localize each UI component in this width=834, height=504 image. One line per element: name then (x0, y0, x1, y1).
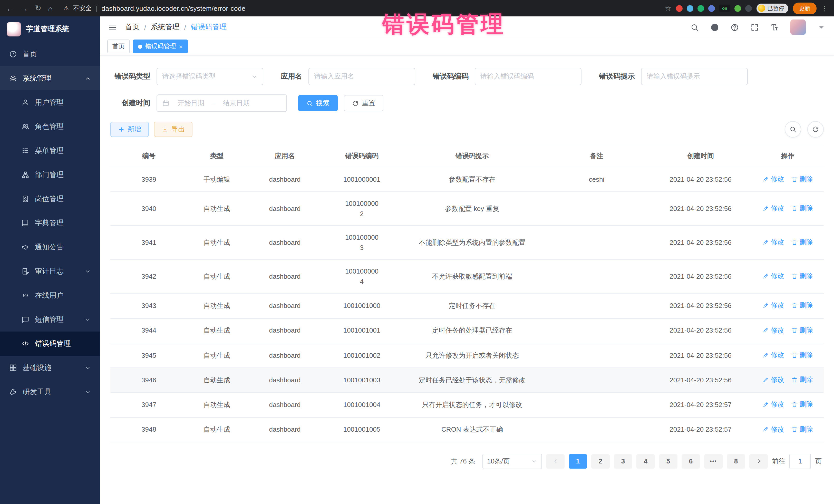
prev-page-button[interactable] (546, 454, 565, 468)
delete-link[interactable]: 删除 (791, 424, 813, 434)
extension-icon[interactable] (708, 5, 715, 12)
delete-link[interactable]: 删除 (791, 399, 813, 410)
delete-link[interactable]: 删除 (791, 325, 813, 335)
search-toggle-button[interactable] (785, 121, 801, 137)
caret-down-icon[interactable] (817, 23, 826, 31)
home-icon[interactable]: ⌂ (48, 4, 52, 13)
next-page-button[interactable] (749, 454, 768, 468)
filter-label: 创建时间 (110, 98, 150, 108)
search-button[interactable]: 搜索 (298, 95, 338, 111)
extension-icon[interactable] (734, 5, 741, 12)
edit-link[interactable]: 修改 (763, 325, 784, 335)
delete-link[interactable]: 删除 (791, 203, 813, 213)
font-size-icon[interactable] (770, 23, 779, 31)
edit-link[interactable]: 修改 (763, 399, 784, 410)
cell-actions: 修改删除 (752, 343, 824, 368)
extension-badge[interactable]: on (719, 5, 730, 12)
breadcrumb-item[interactable]: 系统管理 (151, 23, 180, 32)
pager-page-5[interactable]: 5 (659, 454, 678, 468)
forward-icon[interactable]: → (21, 4, 28, 13)
delete-icon (791, 205, 797, 212)
back-icon[interactable]: ← (6, 4, 14, 13)
address-bar[interactable]: ⚠ 不安全 | dashboard.yudao.iocoder.cn/syste… (63, 4, 245, 13)
goto-page-input[interactable]: 1 (789, 454, 811, 469)
delete-link[interactable]: 删除 (791, 174, 813, 184)
pager-page-4[interactable]: 4 (636, 454, 655, 468)
edit-link[interactable]: 修改 (763, 203, 784, 213)
sidebar-item-audit-log[interactable]: 审计日志 (0, 259, 100, 283)
extension-icon[interactable] (698, 5, 704, 12)
edit-link[interactable]: 修改 (763, 424, 784, 434)
sidebar-item-users[interactable]: 用户管理 (0, 90, 100, 114)
chevron-down-icon (251, 73, 258, 80)
browser-menu-icon[interactable]: ⋮ (821, 4, 828, 12)
sidebar-item-notices[interactable]: 通知公告 (0, 235, 100, 259)
sidebar-item-positions[interactable]: 岗位管理 (0, 187, 100, 211)
edit-link[interactable]: 修改 (763, 301, 784, 310)
extension-icon[interactable] (676, 5, 683, 12)
sidebar-item-label: 部门管理 (35, 170, 64, 179)
pager-page-8[interactable]: 8 (727, 454, 745, 468)
delete-link[interactable]: 删除 (791, 271, 813, 281)
edit-link[interactable]: 修改 (763, 237, 784, 247)
edit-link[interactable]: 修改 (763, 375, 784, 385)
sidebar-item-error-code[interactable]: 错误码管理 (0, 332, 100, 356)
delete-link[interactable]: 删除 (791, 350, 813, 360)
pager-more[interactable]: ••• (704, 454, 723, 468)
sidebar-item-sms[interactable]: 短信管理 (0, 307, 100, 332)
pager-page-6[interactable]: 6 (682, 454, 700, 468)
sidebar-item-home[interactable]: 首页 (0, 42, 100, 66)
app-name-input[interactable]: 请输入应用名 (308, 68, 415, 85)
tab-error-code[interactable]: 错误码管理 × (133, 40, 188, 53)
tab-home[interactable]: 首页 (107, 40, 130, 53)
fullscreen-icon[interactable] (750, 23, 759, 31)
edit-link[interactable]: 修改 (763, 350, 784, 360)
error-hint-input[interactable]: 请输入错误码提示 (641, 68, 748, 85)
delete-link[interactable]: 删除 (791, 237, 813, 247)
extension-icon[interactable] (745, 5, 752, 12)
reload-icon[interactable]: ↻ (35, 4, 41, 13)
edit-link[interactable]: 修改 (763, 174, 784, 184)
browser-chrome: ← → ↻ ⌂ ⚠ 不安全 | dashboard.yudao.iocoder.… (0, 0, 834, 17)
table-body: 3939手动编辑dashboard1001000001参数配置不存在ceshi2… (110, 167, 824, 442)
paused-badge[interactable]: 已暂停 (756, 3, 788, 13)
help-icon[interactable] (730, 23, 739, 31)
delete-link[interactable]: 删除 (791, 375, 813, 385)
page-size-select[interactable]: 10条/页 (482, 454, 542, 469)
reset-button[interactable]: 重置 (344, 95, 383, 111)
error-type-select[interactable]: 请选择错误码类型 (156, 68, 263, 85)
date-range-picker[interactable]: 开始日期 - 结束日期 (156, 94, 287, 112)
delete-icon (791, 302, 797, 308)
sidebar-item-online-users[interactable]: 在线用户 (0, 283, 100, 307)
bookmark-star-icon[interactable]: ☆ (665, 4, 671, 12)
pager-page-1[interactable]: 1 (569, 454, 587, 468)
github-icon[interactable] (710, 23, 719, 31)
cell-app: dashboard (246, 343, 323, 368)
error-code-input[interactable]: 请输入错误码编码 (475, 68, 581, 85)
sidebar-item-system[interactable]: 系统管理 (0, 66, 100, 90)
refresh-button[interactable] (807, 121, 824, 137)
delete-link[interactable]: 删除 (791, 301, 813, 310)
pager-page-3[interactable]: 3 (614, 454, 632, 468)
sidebar-item-departments[interactable]: 部门管理 (0, 163, 100, 187)
cell-app: dashboard (246, 368, 323, 393)
search-icon[interactable] (690, 23, 699, 31)
sidebar-item-dev-tools[interactable]: 研发工具 (0, 380, 100, 404)
breadcrumb-item[interactable]: 首页 (125, 23, 139, 32)
sidebar-item-dictionary[interactable]: 字典管理 (0, 211, 100, 235)
delete-icon (791, 273, 797, 279)
add-button[interactable]: 新增 (110, 122, 149, 137)
sidebar-item-label: 用户管理 (35, 98, 64, 107)
sidebar-item-menus[interactable]: 菜单管理 (0, 138, 100, 163)
pager-page-2[interactable]: 2 (591, 454, 610, 468)
edit-link[interactable]: 修改 (763, 271, 784, 281)
export-button[interactable]: 导出 (154, 122, 193, 137)
close-icon[interactable]: × (179, 43, 183, 49)
sidebar-item-roles[interactable]: 角色管理 (0, 114, 100, 138)
sidebar-item-infrastructure[interactable]: 基础设施 (0, 356, 100, 380)
app-logo[interactable]: 芋道管理系统 (0, 17, 100, 42)
hamburger-icon[interactable] (108, 23, 117, 31)
extension-icon[interactable] (687, 5, 694, 12)
user-avatar[interactable] (790, 20, 806, 35)
update-button[interactable]: 更新 (793, 2, 816, 14)
